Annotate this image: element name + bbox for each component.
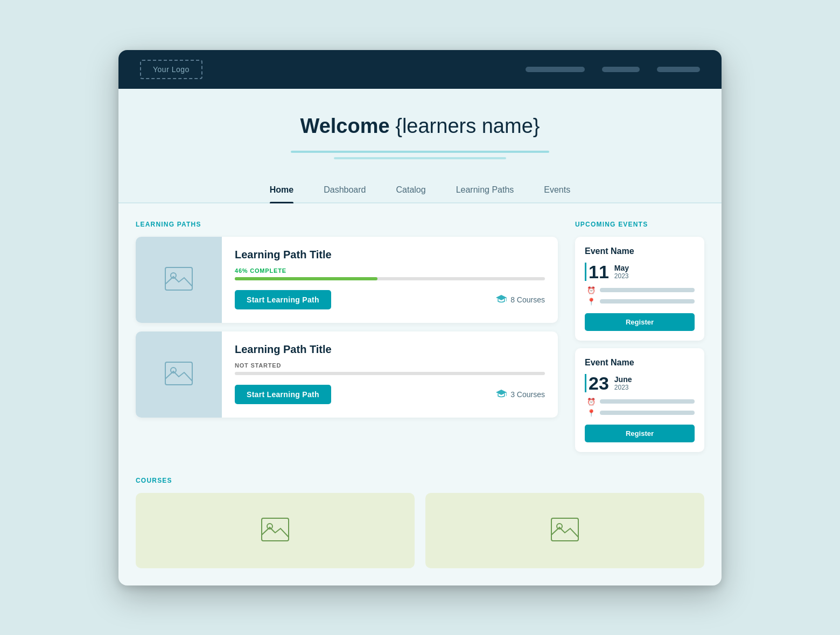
learning-path-card-1: Learning Path Title 46% COMPLETE Start L… — [136, 237, 558, 323]
svg-rect-4 — [165, 362, 192, 385]
courses-grid — [136, 493, 704, 568]
lp-card-title-1: Learning Path Title — [235, 249, 545, 261]
tab-catalog[interactable]: Catalog — [396, 185, 426, 202]
main-nav: Home Dashboard Catalog Learning Paths Ev… — [118, 177, 722, 203]
logo-box: Your Logo — [140, 60, 202, 79]
event-time-line-1 — [600, 288, 695, 292]
lp-card-body-1: Learning Path Title 46% COMPLETE Start L… — [222, 237, 558, 323]
event-time-line-2 — [600, 399, 695, 404]
lp-progress-label-1: 46% COMPLETE — [235, 267, 545, 274]
event-name-2: Event Name — [585, 358, 695, 368]
hero-welcome: Welcome — [300, 115, 390, 137]
learning-paths-heading: LEARNING PATHS — [136, 221, 558, 228]
register-button-1[interactable]: Register — [585, 313, 695, 331]
svg-point-11 — [557, 524, 562, 529]
image-placeholder-icon-2 — [165, 362, 193, 387]
tab-dashboard[interactable]: Dashboard — [324, 185, 366, 202]
hero-line-1 — [291, 151, 549, 153]
lp-card-body-2: Learning Path Title NOT STARTED Start Le… — [222, 331, 558, 418]
cap-icon-1 — [496, 294, 507, 305]
event-month-year-2: June 2023 — [614, 374, 632, 391]
course-card-2 — [425, 493, 704, 568]
courses-heading: COURSES — [136, 477, 704, 484]
event-name-1: Event Name — [585, 246, 695, 256]
event-meta-time-row-2: ⏰ — [587, 398, 695, 406]
tab-home[interactable]: Home — [270, 185, 293, 202]
clock-icon-2: ⏰ — [587, 398, 596, 406]
hero-title: Welcome {learners name} — [140, 115, 700, 138]
course-card-1 — [136, 493, 415, 568]
image-placeholder-icon-1 — [165, 267, 193, 293]
hero-name-placeholder: {learners name} — [395, 115, 540, 137]
lp-card-footer-1: Start Learning Path 8 Courses — [235, 290, 545, 309]
header: Your Logo — [118, 50, 722, 89]
header-nav-item-3 — [657, 67, 700, 72]
lp-card-image-2 — [136, 331, 222, 418]
event-month-2: June — [614, 375, 632, 384]
tab-learning-paths[interactable]: Learning Paths — [456, 185, 514, 202]
cap-icon-2 — [496, 389, 507, 399]
event-location-line-2 — [600, 411, 695, 415]
lp-card-footer-2: Start Learning Path 3 Courses — [235, 385, 545, 404]
event-year-1: 2023 — [614, 272, 629, 280]
event-month-year-1: May 2023 — [614, 263, 629, 280]
event-card-2: Event Name 23 June 2023 ⏰ 📍 — [575, 348, 704, 452]
lp-card-title-2: Learning Path Title — [235, 343, 545, 356]
event-meta-time-row-1: ⏰ — [587, 286, 695, 294]
event-day-2: 23 — [589, 374, 609, 392]
header-nav-item-2 — [602, 67, 640, 72]
event-date-row-2: 23 June 2023 — [585, 374, 695, 392]
start-learning-path-button-2[interactable]: Start Learning Path — [235, 385, 331, 404]
svg-marker-6 — [496, 390, 507, 395]
location-icon-2: 📍 — [587, 409, 596, 417]
svg-point-9 — [267, 524, 272, 529]
courses-section: COURSES — [118, 477, 722, 585]
event-date-row-1: 11 May 2023 — [585, 263, 695, 281]
event-day-1: 11 — [589, 263, 609, 281]
browser-window: Your Logo Welcome {learners name} Home D… — [118, 50, 722, 585]
svg-marker-2 — [496, 295, 507, 300]
svg-point-1 — [171, 273, 176, 278]
event-card-1: Event Name 11 May 2023 ⏰ 📍 — [575, 237, 704, 341]
start-learning-path-button-1[interactable]: Start Learning Path — [235, 290, 331, 309]
courses-count-text-1: 8 Courses — [510, 295, 545, 304]
learning-path-card-2: Learning Path Title NOT STARTED Start Le… — [136, 331, 558, 418]
lp-card-image-1 — [136, 237, 222, 323]
clock-icon-1: ⏰ — [587, 286, 596, 294]
lp-progress-bar-bg-2 — [235, 372, 545, 375]
event-meta-location-row-1: 📍 — [587, 298, 695, 306]
svg-rect-8 — [262, 518, 289, 541]
svg-rect-0 — [165, 267, 192, 290]
event-year-2: 2023 — [614, 384, 632, 391]
svg-point-5 — [171, 368, 176, 373]
courses-count-2: 3 Courses — [496, 389, 545, 399]
header-nav — [526, 67, 700, 72]
course-placeholder-icon-2 — [551, 518, 579, 544]
register-button-2[interactable]: Register — [585, 425, 695, 442]
courses-count-text-2: 3 Courses — [510, 390, 545, 399]
main-content: LEARNING PATHS Learning Path Title 46% C… — [118, 203, 722, 477]
event-meta-2: ⏰ 📍 — [585, 398, 695, 417]
tab-events[interactable]: Events — [544, 185, 570, 202]
lp-progress-bar-bg-1 — [235, 277, 545, 280]
lp-progress-bar-fill-1 — [235, 277, 377, 280]
right-sidebar: UPCOMING EVENTS Event Name 11 May 2023 ⏰ — [575, 221, 704, 460]
header-nav-item-1 — [526, 67, 585, 72]
left-section: LEARNING PATHS Learning Path Title 46% C… — [136, 221, 558, 460]
event-month-1: May — [614, 264, 629, 272]
course-placeholder-icon-1 — [261, 518, 289, 544]
hero-line-2 — [334, 157, 506, 159]
location-icon-1: 📍 — [587, 298, 596, 306]
event-meta-1: ⏰ 📍 — [585, 286, 695, 306]
hero-section: Welcome {learners name} — [118, 89, 722, 177]
event-meta-location-row-2: 📍 — [587, 409, 695, 417]
courses-count-1: 8 Courses — [496, 294, 545, 305]
event-location-line-1 — [600, 299, 695, 304]
hero-decorative-lines — [140, 151, 700, 159]
lp-not-started-label-2: NOT STARTED — [235, 362, 545, 369]
upcoming-events-heading: UPCOMING EVENTS — [575, 221, 704, 228]
svg-rect-10 — [551, 518, 578, 541]
